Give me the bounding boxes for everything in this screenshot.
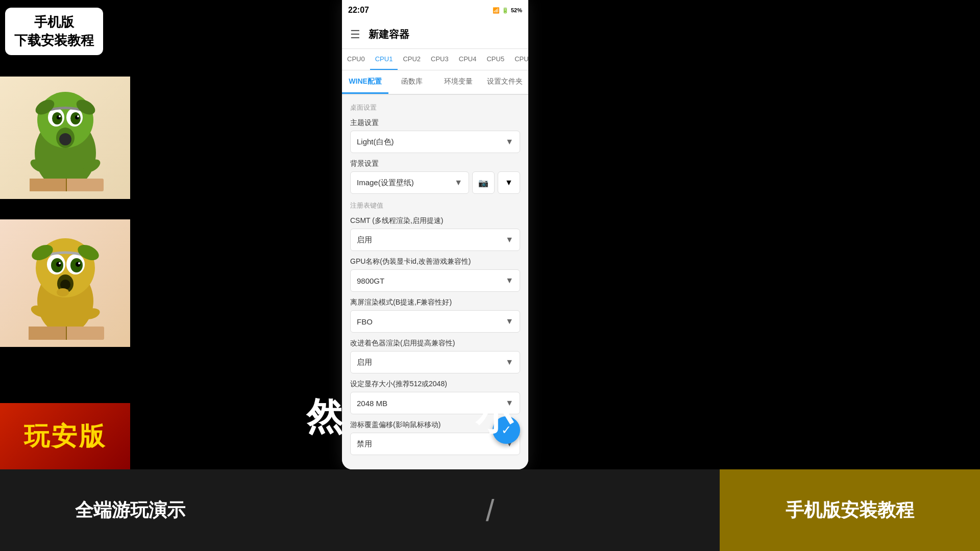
svg-point-38 [57, 288, 69, 296]
tab-env-vars[interactable]: 环境变量 [435, 70, 482, 94]
theme-arrow-icon: ▼ [505, 137, 513, 146]
csmt-label: CSMT (多线程渲染,启用提速) [350, 216, 520, 226]
extra-arrow-icon: ▼ [505, 178, 513, 187]
color-render-value: 启用 [357, 358, 372, 367]
cpu-tab-2[interactable]: CPU2 [398, 49, 426, 70]
svg-point-27 [59, 262, 61, 264]
bg-dropdown-row: Image(设置壁纸) ▼ 📷 ▼ [350, 171, 520, 194]
banner-area: 玩安版 [0, 403, 130, 469]
status-time: 22:07 [348, 6, 369, 15]
tab-wine-config[interactable]: WINE配置 [342, 70, 388, 94]
gpu-value: 9800GT [357, 277, 384, 285]
cpu-tab-1[interactable]: CPU1 [370, 49, 398, 70]
fab-button[interactable]: ✓ [493, 416, 520, 444]
bottom-nav-left: 全端游玩演示 [0, 498, 260, 523]
vram-arrow-icon: ▼ [505, 398, 513, 408]
bottom-nav-right-text: 手机版安装教程 [786, 498, 914, 523]
bottom-navigation: 全端游玩演示 / 手机版安装教程 [0, 469, 980, 551]
app-header: ☰ 新建容器 [342, 20, 528, 49]
gpu-label: GPU名称(伪装显卡id,改善游戏兼容性) [350, 257, 520, 266]
tutorial-badge: 手机版 下载安装教程 [5, 8, 103, 55]
nav-slash-icon: / [486, 493, 495, 528]
offscreen-dropdown[interactable]: FBO ▼ [350, 310, 520, 333]
csmt-dropdown[interactable]: 启用 ▼ [350, 229, 520, 251]
theme-label: 主题设置 [350, 118, 520, 128]
character-top-area [0, 77, 130, 199]
offscreen-arrow-icon: ▼ [505, 317, 513, 326]
color-render-dropdown-row: 启用 ▼ [350, 351, 520, 373]
svg-point-28 [78, 262, 80, 264]
cpu-tab-0[interactable]: CPU0 [342, 49, 370, 70]
character-bottom-area [0, 219, 130, 347]
offscreen-label: 离屏渲染模式(B提速,F兼容性好) [350, 298, 520, 307]
vram-dropdown-row: 2048 MB ▼ [350, 392, 520, 414]
fab-check-icon: ✓ [501, 423, 511, 437]
battery-text: 52% [511, 7, 522, 13]
character-bottom-svg [14, 224, 116, 342]
wifi-icon: 🔋 [502, 7, 509, 14]
cpu-tabs: CPU0 CPU1 CPU2 CPU3 CPU4 CPU5 CPU6 CPU7 [342, 49, 528, 70]
csmt-value: 启用 [357, 235, 372, 245]
svg-point-9 [77, 115, 79, 117]
phone-panel: 22:07 📶 🔋 52% ☰ 新建容器 CPU0 CPU1 CPU2 CPU3… [342, 0, 528, 469]
csmt-arrow-icon: ▼ [505, 235, 513, 244]
svg-point-30 [60, 280, 70, 290]
bottom-nav-left-text: 全端游玩演示 [75, 498, 185, 523]
cursor-value: 禁用 [357, 439, 372, 449]
vram-dropdown[interactable]: 2048 MB ▼ [350, 392, 520, 414]
color-render-label: 改进着色器渲染(启用提高兼容性) [350, 339, 520, 348]
svg-rect-34 [29, 327, 66, 340]
dark-left-bg [130, 0, 342, 551]
content-area: 桌面设置 主题设置 Light(白色) ▼ 背景设置 Image(设置壁纸) ▼… [342, 95, 528, 469]
dark-right-bg [528, 0, 980, 551]
csmt-dropdown-row: 启用 ▼ [350, 229, 520, 251]
gpu-dropdown-row: 9800GT ▼ [350, 269, 520, 292]
cpu-tab-6[interactable]: CPU6 [509, 49, 528, 70]
svg-rect-15 [30, 179, 66, 191]
color-render-dropdown[interactable]: 启用 ▼ [350, 351, 520, 373]
tutorial-line1: 手机版 [14, 13, 94, 31]
menu-icon[interactable]: ☰ [350, 28, 360, 41]
bg-label: 背景设置 [350, 159, 520, 168]
status-icons: 📶 🔋 52% [493, 7, 522, 14]
character-top-svg [14, 82, 116, 194]
svg-point-26 [76, 262, 81, 267]
theme-dropdown[interactable]: Light(白色) ▼ [350, 131, 520, 153]
theme-dropdown-row: Light(白色) ▼ [350, 131, 520, 153]
bg-dropdown[interactable]: Image(设置壁纸) ▼ [350, 171, 469, 194]
section-tabs: WINE配置 函数库 环境变量 设置文件夹 [342, 70, 528, 95]
tutorial-line2: 下载安装教程 [14, 31, 94, 49]
gpu-dropdown[interactable]: 9800GT ▼ [350, 269, 520, 292]
tab-settings-folder[interactable]: 设置文件夹 [482, 70, 528, 94]
color-render-arrow-icon: ▼ [505, 358, 513, 367]
offscreen-value: FBO [357, 317, 373, 326]
bottom-nav-right: 手机版安装教程 [720, 469, 980, 551]
svg-point-25 [56, 262, 61, 267]
bg-extra-arrow-button[interactable]: ▼ [498, 171, 520, 194]
desktop-section-label: 桌面设置 [350, 103, 520, 112]
svg-point-11 [59, 133, 71, 145]
header-title: 新建容器 [369, 28, 409, 41]
svg-point-8 [59, 115, 61, 117]
vram-label: 设定显存大小(推荐512或2048) [350, 380, 520, 389]
vram-value: 2048 MB [357, 399, 387, 408]
bg-image-button[interactable]: 📷 [472, 171, 495, 194]
offscreen-dropdown-row: FBO ▼ [350, 310, 520, 333]
theme-value: Light(白色) [357, 137, 394, 147]
banner-text: 玩安版 [24, 419, 107, 454]
cpu-tab-3[interactable]: CPU3 [426, 49, 454, 70]
gpu-arrow-icon: ▼ [505, 276, 513, 285]
camera-icon: 📷 [478, 178, 488, 188]
bg-arrow-icon: ▼ [454, 178, 462, 187]
bottom-nav-center: / [260, 493, 720, 528]
bg-value: Image(设置壁纸) [357, 178, 414, 188]
tab-library[interactable]: 函数库 [388, 70, 435, 94]
signal-icon: 📶 [493, 7, 500, 14]
left-panel: 手机版 下载安装教程 [0, 0, 130, 551]
cpu-tab-4[interactable]: CPU4 [454, 49, 482, 70]
status-bar: 22:07 📶 🔋 52% [342, 0, 528, 20]
cpu-tab-5[interactable]: CPU5 [481, 49, 509, 70]
registry-label: 注册表键值 [350, 201, 520, 210]
chinese-banner: 玩安版 [0, 403, 130, 469]
